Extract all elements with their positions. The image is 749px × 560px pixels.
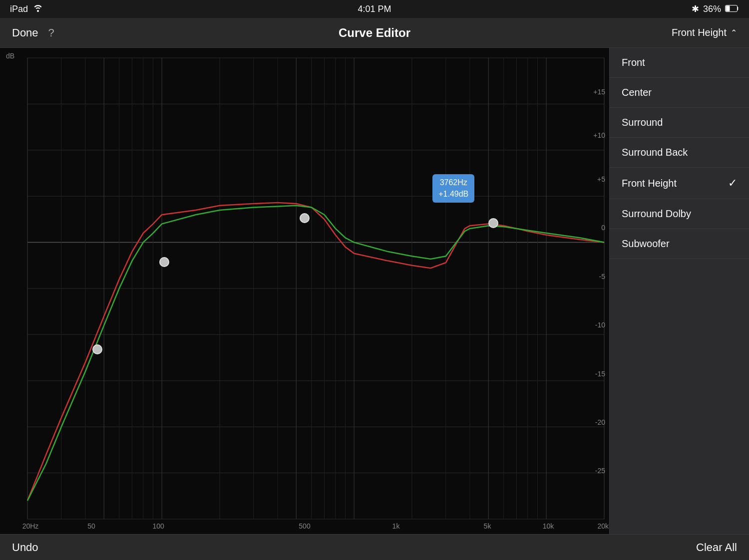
control-point-1[interactable] [92,344,102,354]
channel-selector-label: Front Height [672,27,727,38]
channel-dropdown: Front Center Surround Surround Back Fron… [609,48,749,534]
clear-all-button[interactable]: Clear All [696,541,737,554]
x-label-50: 50 [87,522,95,530]
channel-option-subwoofer[interactable]: Subwoofer [610,229,749,259]
channel-option-surround-back[interactable]: Surround Back [610,138,749,168]
status-bar: iPad 4:01 PM ✱ 36% [0,0,749,18]
status-time: 4:01 PM [358,4,391,14]
battery-icon [725,4,739,14]
status-left: iPad [10,4,43,14]
channel-option-surround-dolby[interactable]: Surround Dolby [610,199,749,229]
channel-option-front-height[interactable]: Front Height ✓ [610,168,749,199]
chart-area[interactable]: dB +15 +10 +5 0 -5 -10 -15 -20 -25 20Hz … [0,48,609,534]
y-label-5: +5 [597,175,605,183]
svg-rect-1 [726,5,730,11]
undo-button[interactable]: Undo [12,541,38,554]
bluetooth-icon: ✱ [692,3,699,14]
main-content: dB +15 +10 +5 0 -5 -10 -15 -20 -25 20Hz … [0,48,749,534]
footer-bar: Undo Clear All [0,534,749,560]
y-label-m10: -10 [595,321,605,329]
battery-label: 36% [703,4,721,14]
x-label-1k: 1k [392,522,400,530]
channel-option-surround[interactable]: Surround [610,108,749,138]
y-label-15: +15 [593,88,605,96]
channel-option-front[interactable]: Front [610,48,749,78]
ipad-label: iPad [10,4,28,14]
control-point-3[interactable] [300,213,310,223]
control-point-2[interactable] [159,257,169,267]
x-label-10k: 10k [543,522,554,530]
header-bar: Done ? Curve Editor Front Height ⌃ [0,18,749,48]
x-label-5k: 5k [484,522,491,530]
y-label-0: 0 [601,224,605,232]
header-left: Done ? [12,26,54,39]
wifi-icon [33,4,43,14]
status-right: ✱ 36% [692,3,739,14]
page-title: Curve Editor [339,26,410,40]
selected-checkmark: ✓ [728,177,737,190]
channel-option-center[interactable]: Center [610,78,749,108]
db-axis-label: dB [6,52,14,60]
control-point-4[interactable] [488,218,498,228]
x-label-100: 100 [153,522,164,530]
y-label-10: +10 [593,131,605,139]
y-label-m20: -20 [595,418,605,426]
help-button[interactable]: ? [48,26,54,39]
x-label-500: 500 [299,522,310,530]
chevron-up-icon: ⌃ [731,28,737,37]
channel-selector[interactable]: Front Height ⌃ [672,27,737,38]
y-label-m25: -25 [595,467,605,475]
done-button[interactable]: Done [12,26,38,39]
x-label-20hz: 20Hz [22,522,39,530]
eq-chart [0,48,609,534]
y-label-m15: -15 [595,370,605,378]
y-label-m5: -5 [599,273,605,280]
x-label-20k: 20k [598,522,609,530]
